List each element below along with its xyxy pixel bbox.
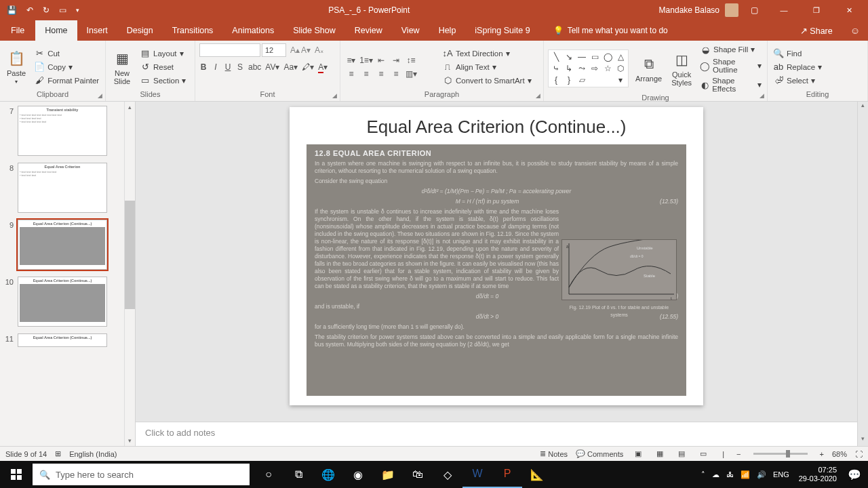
cortana-icon[interactable]: ○ xyxy=(254,461,283,488)
task-view-icon[interactable]: ⧉ xyxy=(283,461,313,488)
slide-canvas[interactable]: Equal Area Criterion (Continue...) 12.8 … xyxy=(136,102,857,422)
numbering-icon[interactable]: 1≡▾ xyxy=(359,54,373,66)
tab-file[interactable]: File xyxy=(0,20,35,41)
shape-callout-icon[interactable]: ▱ xyxy=(576,75,588,85)
taskbar-search[interactable]: 🔍Type here to search xyxy=(33,464,250,485)
word-icon[interactable]: W xyxy=(462,461,492,488)
reading-view-icon[interactable]: ▤ xyxy=(675,449,688,460)
language-indicator[interactable]: English (India) xyxy=(69,450,117,458)
tab-design[interactable]: Design xyxy=(117,20,163,41)
justify-icon[interactable]: ≡ xyxy=(389,68,403,80)
shape-brace-icon[interactable]: { xyxy=(550,75,562,85)
highlight-button[interactable]: 🖍▾ xyxy=(302,62,314,72)
shape-outline-button[interactable]: ◯Shape Outline ▾ xyxy=(698,57,763,75)
tab-ispring[interactable]: iSpring Suite 9 xyxy=(465,20,539,41)
find-button[interactable]: 🔍Find xyxy=(772,47,823,60)
thumbnail-9[interactable]: Equal Area Criterion (Continue...) xyxy=(18,220,107,270)
case-button[interactable]: Aa▾ xyxy=(283,62,298,72)
cut-button[interactable]: ✂Cut xyxy=(33,47,100,60)
drawing-launcher-icon[interactable]: ◢ xyxy=(757,92,766,100)
tab-slideshow[interactable]: Slide Show xyxy=(283,20,345,41)
edge-icon[interactable]: 🌐 xyxy=(313,461,343,488)
shape-curve-icon[interactable]: ⤳ xyxy=(576,63,588,74)
thumbnail-7[interactable]: Transient stability• text text text text… xyxy=(18,106,107,156)
shape-conn-icon[interactable]: ↳ xyxy=(563,63,575,74)
shape-brace2-icon[interactable]: } xyxy=(563,75,575,85)
notes-button[interactable]: ≣ Notes xyxy=(540,449,568,458)
shape-fill-button[interactable]: ◒Shape Fill ▾ xyxy=(698,43,763,56)
canvas-scrollbar[interactable]: ▴ ▾ xyxy=(857,102,868,446)
shape-oval-icon[interactable]: ◯ xyxy=(601,52,614,62)
system-tray[interactable]: ˄ ☁ 🖧 📶 🔊 ENG xyxy=(696,470,795,479)
shadow-button[interactable]: abc xyxy=(248,62,261,72)
tab-help[interactable]: Help xyxy=(429,20,466,41)
user-name[interactable]: Mandake Balaso xyxy=(659,5,719,15)
bold-button[interactable]: B xyxy=(199,62,208,72)
layout-button[interactable]: ▤Layout ▾ xyxy=(138,47,187,60)
tell-me-search[interactable]: 💡Tell me what you want to do xyxy=(540,26,668,35)
matlab-icon[interactable]: 📐 xyxy=(522,461,552,488)
font-color-button[interactable]: A▾ xyxy=(318,62,328,72)
italic-button[interactable]: I xyxy=(212,62,220,72)
notes-pane[interactable]: Click to add notes xyxy=(136,422,857,446)
slideshow-view-icon[interactable]: ▭ xyxy=(696,449,710,460)
shape-tri-icon[interactable]: △ xyxy=(614,52,627,62)
comments-button[interactable]: 💬 Comments xyxy=(576,449,623,458)
thumb-scrollbar[interactable]: ▴ ▾ xyxy=(124,102,135,446)
font-launcher-icon[interactable]: ◢ xyxy=(330,92,338,100)
tab-insert[interactable]: Insert xyxy=(77,20,117,41)
clear-format-icon[interactable]: Aₓ xyxy=(315,45,323,55)
keyboard-lang[interactable]: ENG xyxy=(773,470,789,479)
chrome-icon[interactable]: ◉ xyxy=(343,461,373,488)
arrange-button[interactable]: ⧉Arrange xyxy=(633,53,665,84)
store-icon[interactable]: 🛍 xyxy=(403,461,433,488)
feedback-smile-icon[interactable]: ☺ xyxy=(842,25,868,36)
shape-arrow-icon[interactable]: ↘ xyxy=(563,52,575,62)
clock[interactable]: 07:2529-03-2020 xyxy=(795,466,841,483)
columns-icon[interactable]: ▥▾ xyxy=(404,68,418,80)
font-name-combo[interactable] xyxy=(199,43,260,57)
select-button[interactable]: ⮰Select ▾ xyxy=(772,75,823,87)
user-avatar[interactable] xyxy=(725,3,738,17)
zoom-out-button[interactable]: − xyxy=(736,450,741,458)
indent-icon[interactable]: ⇥ xyxy=(389,54,403,66)
wifi-icon[interactable]: 📶 xyxy=(741,470,750,479)
dropbox-icon[interactable]: ◇ xyxy=(433,461,462,488)
shape-arrowr-icon[interactable]: ⇨ xyxy=(589,63,601,74)
paste-button[interactable]: 📋Paste▾ xyxy=(4,47,28,86)
smartart-button[interactable]: ⬡Convert to SmartArt ▾ xyxy=(441,75,533,87)
normal-view-icon[interactable]: ▣ xyxy=(631,449,645,460)
canvas-scroll-up-icon[interactable]: ▴ xyxy=(861,102,865,113)
shape-line2-icon[interactable]: — xyxy=(576,52,588,62)
spacing-button[interactable]: AV▾ xyxy=(265,62,279,72)
zoom-slider[interactable] xyxy=(753,453,808,455)
explorer-icon[interactable]: 📁 xyxy=(373,461,403,488)
tab-transitions[interactable]: Transitions xyxy=(163,20,223,41)
shape-effects-button[interactable]: ◐Shape Effects ▾ xyxy=(698,76,763,94)
thumbnail-10[interactable]: Equal Area Criterion (Continue...) xyxy=(18,277,107,327)
close-button[interactable]: ✕ xyxy=(835,6,863,15)
fit-to-window-icon[interactable]: ⛶ xyxy=(855,450,863,458)
shape-star-icon[interactable]: ☆ xyxy=(601,63,614,74)
shape-rect-icon[interactable]: ▭ xyxy=(589,52,601,62)
format-painter-button[interactable]: 🖌Format Painter xyxy=(33,75,100,87)
shape-line-icon[interactable]: ╲ xyxy=(550,52,562,62)
shape-hex-icon[interactable]: ⬡ xyxy=(614,63,627,74)
tab-view[interactable]: View xyxy=(392,20,429,41)
zoom-in-button[interactable]: + xyxy=(820,450,824,458)
undo-icon[interactable]: ↶ xyxy=(26,5,33,15)
tab-home[interactable]: Home xyxy=(35,20,77,41)
section-button[interactable]: ▭Section ▾ xyxy=(138,75,187,87)
zoom-level[interactable]: 68% xyxy=(832,450,847,458)
new-slide-button[interactable]: ▦New Slide xyxy=(110,47,134,87)
quick-styles-button[interactable]: ◫Quick Styles xyxy=(669,49,694,88)
font-size-combo[interactable]: 12 xyxy=(262,43,286,57)
minimize-button[interactable]: — xyxy=(770,6,797,14)
slide[interactable]: Equal Area Criterion (Continue...) 12.8 … xyxy=(290,107,703,405)
bullets-icon[interactable]: ≡▾ xyxy=(344,54,358,66)
slide-indicator[interactable]: Slide 9 of 14 xyxy=(5,450,47,458)
clipboard-launcher-icon[interactable]: ◢ xyxy=(96,92,104,100)
underline-button[interactable]: U xyxy=(224,62,232,72)
paragraph-launcher-icon[interactable]: ◢ xyxy=(534,92,542,100)
align-left-icon[interactable]: ≡ xyxy=(344,68,358,80)
